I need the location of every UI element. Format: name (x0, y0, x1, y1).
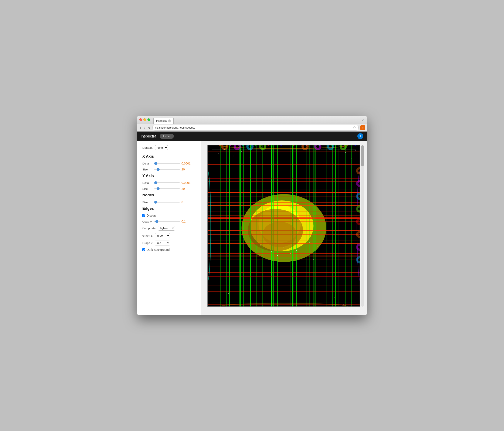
svg-point-86 (283, 247, 284, 248)
xaxis-size-row: Size: 20 (142, 168, 196, 171)
svg-point-94 (228, 293, 229, 294)
graph1-select[interactable]: green red blue yellow (155, 233, 170, 238)
edges-opacity-slider-container (154, 221, 180, 222)
tab-title: Inspectra (156, 119, 167, 122)
dark-bg-row: Dark Background (142, 248, 196, 251)
scrollbar-thumb[interactable] (361, 145, 364, 166)
svg-point-95 (334, 297, 335, 298)
yaxis-delta-label: Delta: (142, 181, 153, 184)
url-text: vis.systemsbiology.net/inspectra/ (155, 126, 353, 129)
svg-rect-58 (207, 256, 360, 257)
help-button[interactable]: ? (357, 133, 363, 139)
edges-display-row: Display (142, 214, 196, 217)
forward-button[interactable]: › (144, 126, 146, 130)
xaxis-delta-row: Delta: 0.0001 (142, 162, 196, 165)
browser-tab[interactable]: Inspectra × (153, 118, 174, 124)
edges-title: Edges (142, 206, 196, 211)
nodes-size-row: Size: 0 (142, 200, 196, 204)
svg-rect-63 (314, 145, 315, 306)
expand-icon[interactable]: ⤢ (362, 118, 365, 122)
edges-opacity-row: Opacity: 0.1 (142, 220, 196, 223)
svg-rect-59 (229, 145, 230, 306)
yaxis-size-slider-container (154, 188, 180, 189)
yaxis-size-row: Size: 20 (142, 187, 196, 190)
svg-point-90 (260, 245, 261, 245)
yaxis-size-slider[interactable] (154, 188, 180, 189)
yaxis-delta-slider[interactable] (154, 182, 180, 183)
svg-point-96 (343, 304, 343, 305)
viz-container (207, 145, 360, 307)
nodes-size-value: 0 (181, 200, 192, 204)
app-bar: Inspectra Label ? (137, 132, 367, 141)
yaxis-delta-slider-container (154, 182, 180, 183)
xaxis-title: X Axis (142, 154, 196, 159)
edges-display-label: Display (147, 214, 156, 217)
main-content: Dataset: gbm X Axis Delta: 0.0001 Size: (137, 141, 367, 315)
svg-point-78 (241, 151, 242, 152)
address-bar: ‹ › ↺ vis.systemsbiology.net/inspectra/ … (137, 124, 367, 132)
svg-point-89 (303, 257, 303, 258)
viz-canvas[interactable] (207, 145, 360, 307)
xaxis-size-label: Size: (142, 168, 153, 171)
maximize-button[interactable] (147, 118, 150, 121)
svg-point-77 (233, 156, 234, 156)
label-pill[interactable]: Label (160, 134, 174, 139)
svg-point-75 (218, 153, 219, 154)
svg-point-93 (317, 246, 318, 247)
xaxis-size-value: 20 (181, 168, 192, 171)
graph1-row: Graph 1: green red blue yellow (142, 233, 196, 238)
graph2-select[interactable]: red green blue yellow (155, 241, 170, 245)
dark-bg-label: Dark Background (147, 248, 170, 251)
yaxis-size-label: Size: (142, 187, 153, 190)
edges-display-checkbox[interactable] (142, 214, 145, 217)
composite-select[interactable]: lighter normal multiply screen (158, 226, 175, 231)
svg-point-80 (345, 152, 346, 153)
visualization (207, 145, 360, 306)
svg-point-84 (271, 251, 271, 252)
xaxis-delta-label: Delta: (142, 162, 153, 165)
xaxis-size-slider-container (154, 169, 180, 170)
composite-row: Composite: lighter normal multiply scree… (142, 226, 196, 231)
yaxis-title: Y Axis (142, 174, 196, 178)
svg-rect-53 (207, 192, 360, 193)
dataset-row: Dataset: gbm (142, 145, 196, 150)
scrollbar[interactable] (361, 145, 364, 307)
bookmark-icon[interactable]: ☆ (353, 126, 356, 130)
back-button[interactable]: ‹ (139, 126, 142, 130)
svg-point-85 (277, 255, 278, 256)
minimize-button[interactable] (144, 118, 146, 121)
tab-bar: Inspectra × (153, 116, 174, 124)
graph2-label: Graph 2: (142, 242, 153, 245)
yaxis-delta-row: Delta: 0.0001 (142, 181, 196, 184)
edges-opacity-slider[interactable] (154, 221, 180, 222)
yaxis-size-value: 20 (181, 187, 192, 190)
edges-opacity-value: 0.1 (181, 220, 192, 223)
dark-bg-checkbox[interactable] (142, 248, 145, 251)
menu-button[interactable]: ≡ (360, 126, 365, 130)
xaxis-delta-slider[interactable] (154, 163, 180, 164)
svg-point-88 (296, 250, 297, 251)
left-panel: Dataset: gbm X Axis Delta: 0.0001 Size: (137, 141, 201, 315)
browser-window: Inspectra × ⤢ ‹ › ↺ vis.systemsbiology.n… (137, 116, 367, 315)
svg-rect-64 (335, 145, 336, 306)
svg-rect-54 (207, 205, 360, 206)
svg-point-81 (351, 158, 352, 158)
edges-opacity-label: Opacity: (142, 220, 153, 223)
svg-point-87 (290, 253, 290, 254)
yaxis-delta-value: 0.0001 (181, 181, 192, 184)
graph1-label: Graph 1: (142, 234, 153, 237)
nodes-size-slider[interactable] (154, 202, 180, 203)
xaxis-delta-value: 0.0001 (181, 162, 192, 165)
tab-close-button[interactable]: × (168, 119, 171, 122)
app-title: Inspectra (141, 134, 156, 139)
nodes-size-slider-container (154, 202, 180, 203)
xaxis-size-slider[interactable] (154, 169, 180, 170)
dataset-select[interactable]: gbm (155, 145, 168, 150)
url-bar[interactable]: vis.systemsbiology.net/inspectra/ ☆ (152, 125, 359, 130)
refresh-button[interactable]: ↺ (148, 126, 151, 129)
close-button[interactable] (139, 118, 142, 121)
traffic-lights (139, 118, 150, 121)
svg-point-91 (309, 242, 310, 243)
graph2-row: Graph 2: red green blue yellow (142, 241, 196, 245)
svg-point-74 (263, 222, 297, 247)
